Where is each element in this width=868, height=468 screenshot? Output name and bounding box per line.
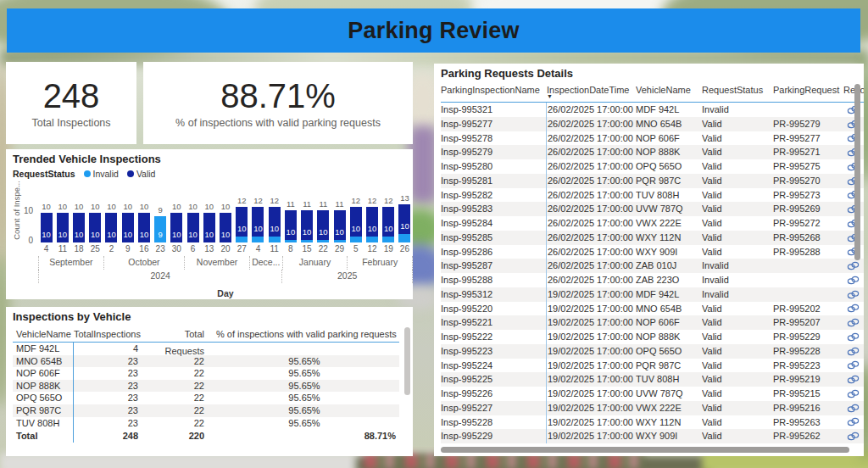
record-link-icon[interactable] bbox=[847, 389, 860, 398]
bar-column[interactable]: 10 10 bbox=[120, 185, 136, 242]
cell-inspection-datetime: 26/02/2025 17:00:00 bbox=[546, 159, 636, 174]
vehicle-table-row[interactable]: NOP 888K 23 22 95.65% bbox=[13, 380, 399, 393]
x-axis-day-tick: 13 bbox=[201, 244, 217, 254]
requests-table-row[interactable]: Insp-995227 19/02/2025 17:00:00 VWX 222E… bbox=[441, 401, 864, 415]
sort-descending-icon[interactable]: ▼ bbox=[547, 92, 553, 101]
requests-table-row[interactable]: Insp-995279 26/02/2025 17:00:00 NOP 888K… bbox=[441, 145, 864, 159]
requests-table-row[interactable]: Insp-995229 19/02/2025 17:00:00 WXY 909I… bbox=[441, 429, 864, 443]
record-link-icon[interactable] bbox=[847, 276, 860, 285]
record-link-icon[interactable] bbox=[847, 375, 860, 384]
record-link-icon[interactable] bbox=[847, 261, 860, 270]
requests-table-row[interactable]: Insp-995285 26/02/2025 17:00:00 WXY 112N… bbox=[441, 231, 864, 245]
column-header-inspectiondatetime[interactable]: InspectionDateTime bbox=[546, 82, 636, 102]
requests-table-vertical-scrollbar[interactable] bbox=[854, 84, 860, 260]
bar-column[interactable]: 10 10 bbox=[103, 185, 120, 242]
requests-table-row[interactable]: Insp-995287 26/02/2025 17:00:00 ZAB 010J… bbox=[441, 259, 864, 273]
bar-invalid-segment[interactable] bbox=[317, 240, 329, 243]
bar-invalid-segment[interactable] bbox=[334, 240, 346, 243]
vehicle-table-row[interactable]: TUV 808H 23 22 95.65% bbox=[13, 417, 399, 430]
bar-column[interactable]: 10 10 bbox=[136, 185, 152, 242]
column-header-recordurl[interactable]: RecordURL bbox=[843, 82, 864, 102]
record-link-icon[interactable] bbox=[847, 360, 860, 370]
requests-table-row[interactable]: Insp-995286 26/02/2025 17:00:00 WXY 909I… bbox=[441, 245, 864, 259]
record-link-icon[interactable] bbox=[847, 290, 860, 299]
record-link-icon[interactable] bbox=[847, 432, 860, 441]
bar-column[interactable]: 11 10 bbox=[282, 185, 298, 242]
requests-table-row[interactable]: Insp-995321 26/02/2025 17:00:00 MDF 942L… bbox=[441, 103, 864, 117]
bar-column[interactable]: 10 10 bbox=[54, 185, 70, 242]
vehicle-table-row[interactable]: PQR 987C 23 22 95.65% bbox=[13, 404, 399, 417]
column-header-vehiclename[interactable]: VehicleName bbox=[636, 82, 702, 102]
bar-column[interactable]: 12 10 bbox=[234, 185, 250, 242]
requests-table-row[interactable]: Insp-995221 19/02/2025 17:00:00 NOP 606F… bbox=[441, 315, 864, 330]
requests-table-row[interactable]: Insp-995277 26/02/2025 17:00:00 MNO 654B… bbox=[441, 117, 864, 131]
requests-table-row[interactable]: Insp-995282 26/02/2025 17:00:00 TUV 808H… bbox=[441, 188, 864, 203]
record-link-icon[interactable] bbox=[847, 304, 860, 313]
cell-inspection-datetime: 19/02/2025 17:00:00 bbox=[546, 415, 636, 430]
legend-item[interactable]: Invalid bbox=[84, 169, 119, 179]
record-link-icon[interactable] bbox=[847, 404, 860, 413]
vehicle-table-scrollbar[interactable] bbox=[404, 327, 410, 395]
bar-column[interactable]: 12 10 bbox=[250, 185, 266, 242]
requests-table-row[interactable]: Insp-995224 19/02/2025 17:00:00 PQR 987C… bbox=[441, 359, 864, 373]
requests-table-row[interactable]: Insp-995284 26/02/2025 17:00:00 VWX 222E… bbox=[441, 216, 864, 231]
bar-column[interactable]: 10 10 bbox=[87, 185, 103, 242]
requests-table-row[interactable]: Insp-995278 26/02/2025 17:00:00 NOP 606F… bbox=[441, 131, 864, 146]
bar-invalid-segment[interactable] bbox=[285, 240, 297, 243]
bar-column[interactable]: 10 10 bbox=[217, 185, 233, 242]
vehicle-table-row[interactable]: OPQ 565O 23 22 95.65% bbox=[13, 392, 399, 404]
column-header-requeststatus[interactable]: RequestStatus bbox=[702, 82, 773, 102]
bar-column[interactable]: 11 10 bbox=[331, 185, 348, 242]
bar-invalid-segment[interactable] bbox=[382, 237, 394, 242]
bar-column[interactable]: 10 10 bbox=[70, 185, 86, 242]
bar-column[interactable]: 12 10 bbox=[266, 185, 282, 242]
requests-table-row[interactable]: Insp-995288 26/02/2025 17:00:00 ZAB 223O… bbox=[441, 273, 864, 287]
bar-invalid-segment[interactable] bbox=[269, 237, 281, 242]
cell-parking-request: PR-995229 bbox=[773, 330, 843, 344]
requests-table-row[interactable]: Insp-995225 19/02/2025 17:00:00 TUV 808H… bbox=[441, 372, 864, 387]
bar-invalid-segment[interactable] bbox=[350, 237, 362, 242]
bar-column[interactable]: 12 10 bbox=[348, 185, 364, 242]
bar-column[interactable]: 9 9 bbox=[153, 185, 169, 242]
bar-column[interactable]: 10 10 bbox=[38, 185, 54, 242]
requests-table-row[interactable]: Insp-995220 19/02/2025 17:00:00 MNO 654B… bbox=[441, 302, 864, 316]
bar-column[interactable]: 10 10 bbox=[169, 185, 185, 242]
record-link-icon[interactable] bbox=[847, 318, 860, 327]
bar-invalid-segment[interactable] bbox=[252, 237, 264, 242]
vehicle-table-row[interactable]: MDF 942L 4 bbox=[13, 343, 399, 355]
trended-inspections-chart: Trended Vehicle Inspections RequestStatu… bbox=[6, 149, 413, 299]
record-link-icon[interactable] bbox=[847, 332, 860, 342]
requests-table-horizontal-scrollbar[interactable] bbox=[441, 447, 849, 453]
column-header-parkinginspectionname[interactable]: ParkingInspectionName bbox=[441, 82, 546, 102]
requests-table-row[interactable]: Insp-995223 19/02/2025 17:00:00 OPQ 565O… bbox=[441, 344, 864, 359]
bar-invalid-segment[interactable] bbox=[236, 237, 248, 242]
bar-column[interactable]: 11 10 bbox=[315, 185, 331, 242]
bar-segment-label: 10 bbox=[299, 227, 315, 237]
bar-total-label: 12 bbox=[250, 196, 266, 205]
requests-table-row[interactable]: Insp-995280 26/02/2025 17:00:00 OPQ 565O… bbox=[441, 159, 864, 174]
vehicle-table-row[interactable]: NOP 606F 23 22 95.65% bbox=[13, 367, 399, 380]
record-link-icon[interactable] bbox=[847, 417, 860, 426]
bar-column[interactable]: 10 10 bbox=[201, 185, 217, 242]
cell-total-requests: 22 bbox=[143, 417, 209, 430]
bar-column[interactable]: 13 10 bbox=[397, 185, 413, 242]
column-header-parkingrequest[interactable]: ParkingRequest bbox=[773, 82, 843, 102]
requests-table-row[interactable]: Insp-995283 26/02/2025 17:00:00 UVW 787Q… bbox=[441, 202, 864, 216]
requests-table-row[interactable]: Insp-995226 19/02/2025 17:00:00 UVW 787Q… bbox=[441, 387, 864, 401]
x-axis-month-label: November bbox=[184, 256, 249, 270]
requests-table: ParkingInspectionName InspectionDateTime… bbox=[441, 82, 864, 443]
record-link-icon[interactable] bbox=[847, 347, 860, 356]
bar-invalid-segment[interactable] bbox=[301, 240, 313, 243]
vehicle-table-row[interactable]: MNO 654B 23 22 95.65% bbox=[13, 355, 399, 368]
bar-invalid-segment[interactable] bbox=[398, 234, 410, 243]
requests-table-row[interactable]: Insp-995312 19/02/2025 17:00:00 MDF 942L… bbox=[441, 287, 864, 302]
requests-table-row[interactable]: Insp-995281 26/02/2025 17:00:00 PQR 987C… bbox=[441, 174, 864, 188]
requests-table-row[interactable]: Insp-995222 19/02/2025 17:00:00 NOP 888K… bbox=[441, 330, 864, 344]
bar-column[interactable]: 12 10 bbox=[364, 185, 380, 242]
legend-item[interactable]: Valid bbox=[127, 169, 156, 179]
bar-column[interactable]: 12 10 bbox=[381, 185, 397, 242]
bar-column[interactable]: 11 10 bbox=[299, 185, 315, 242]
bar-column[interactable]: 10 10 bbox=[185, 185, 201, 242]
requests-table-row[interactable]: Insp-995228 19/02/2025 17:00:00 WXY 112N… bbox=[441, 415, 864, 430]
bar-invalid-segment[interactable] bbox=[366, 237, 378, 242]
